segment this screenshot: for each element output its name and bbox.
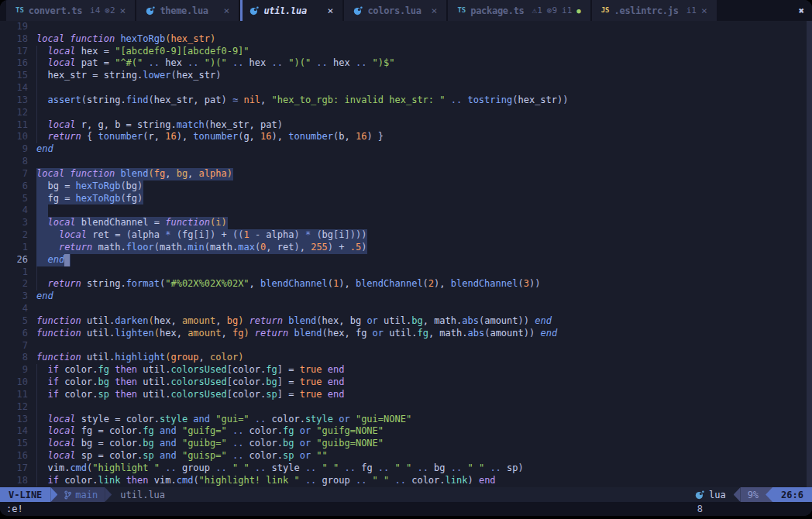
code-text: local r, g, b = string.match(hex_str, pa… [36, 119, 283, 132]
code-line[interactable]: 1 [0, 266, 812, 279]
code-line[interactable]: 10 return { tonumber(r, 16), tonumber(g,… [0, 131, 812, 143]
code-text: local bg = color.bg and "guibg=" .. colo… [36, 438, 384, 450]
visual-selection [36, 205, 48, 217]
code-text: return { tonumber(r, 16), tonumber(g, 16… [36, 131, 384, 143]
code-line[interactable]: 2 local ret = (alpha * (fg[i]) + ((1 - a… [0, 229, 812, 242]
line-number: 12 [0, 107, 36, 119]
tab-close-icon[interactable]: × [432, 5, 438, 16]
lua-icon [353, 6, 363, 15]
diagnostic-warn-count: ⚠1 [532, 5, 542, 15]
code-text: local blendChannel = function(i) [36, 217, 228, 229]
code-line[interactable]: 9end [0, 143, 812, 156]
lua-icon [249, 6, 259, 15]
code-line[interactable]: 12 [0, 107, 812, 119]
code-line[interactable]: 2 return string.format("#%02X%02X%02X", … [0, 278, 812, 290]
code-line[interactable]: 6function util.lighten(hex, amount, fg) … [0, 328, 812, 340]
tab-bar: TSconvert.tsi4⊗2×theme.lua×util.lua×colo… [0, 0, 812, 21]
code-text: if color.fg then util.colorsUsed[color.f… [36, 364, 344, 376]
tab-util.lua[interactable]: util.lua× [240, 0, 342, 21]
tab-close-icon[interactable]: × [701, 5, 707, 16]
command-line[interactable]: :e! 8 [0, 502, 812, 516]
code-line[interactable]: 14 [0, 82, 812, 95]
line-number: 11 [0, 389, 36, 401]
code-line[interactable]: 17 local hex = "[abcdef0-9][abcdef0-9]" [0, 46, 812, 58]
tab-right: × [432, 5, 438, 16]
line-number: 12 [0, 401, 36, 414]
tab-left: util.lua [249, 5, 306, 16]
tab-close-icon[interactable]: × [224, 5, 230, 16]
line-number: 13 [0, 414, 36, 426]
line-number: 17 [0, 46, 36, 58]
code-line[interactable]: 15 hex_str = string.lower(hex_str) [0, 70, 812, 82]
statusline-left: V-LINE main util.lua [0, 487, 174, 502]
code-line[interactable]: 6 bg = hexToRgb(bg) [0, 180, 812, 193]
command-text: :e! [6, 504, 23, 514]
code-text: function util.highlight(group, color) [36, 352, 243, 364]
code-text: return math.floor(math.min(math.max(0, r… [36, 242, 367, 254]
code-line[interactable]: 8 [0, 156, 812, 168]
code-text [36, 266, 42, 279]
code-line[interactable]: 4 [0, 205, 812, 217]
tab-left: colors.lua [353, 5, 421, 16]
line-number: 9 [0, 364, 36, 376]
line-number: 3 [0, 290, 36, 303]
code-text [36, 107, 42, 119]
visual-selection: local blendChannel = function(i) [36, 217, 228, 229]
code-text: local pat = "^#(" .. hex .. ")(" .. hex … [36, 57, 395, 70]
line-number: 18 [0, 475, 36, 487]
tab-colors.lua[interactable]: colors.lua× [344, 0, 446, 21]
code-line[interactable]: 16 local sp = color.sp and "guisp=" .. c… [0, 450, 812, 462]
code-line[interactable]: 26 end [0, 254, 812, 266]
line-number: 2 [0, 278, 36, 290]
code-text: end [36, 254, 71, 266]
tab-package.ts[interactable]: TSpackage.ts⚠1⊗9i1● [448, 0, 590, 21]
tab-theme.lua[interactable]: theme.lua× [136, 0, 239, 21]
code-line[interactable]: 1 return math.floor(math.min(math.max(0,… [0, 242, 812, 254]
line-number: 4 [0, 205, 36, 217]
code-line[interactable]: 3end [0, 290, 812, 303]
line-number: 16 [0, 450, 36, 462]
code-line[interactable]: 18 if color.link then vim.cmd("highlight… [0, 475, 812, 487]
code-line[interactable]: 4 [0, 303, 812, 315]
code-text: local function blend(fg, bg, alpha) [36, 168, 233, 180]
line-number: 9 [0, 143, 36, 156]
diagnostic-info-count: i1 [562, 5, 572, 15]
code-line[interactable]: 11 if color.sp then util.colorsUsed[colo… [0, 389, 812, 401]
line-number: 2 [0, 229, 36, 242]
code-line[interactable]: 7local function blend(fg, bg, alpha) [0, 168, 812, 180]
code-line[interactable]: 16 local pat = "^#(" .. hex .. ")(" .. h… [0, 57, 812, 70]
line-number: 15 [0, 438, 36, 450]
visual-selection: fg = hexToRgb(fg) [36, 193, 143, 205]
tab-right: i4⊗2× [90, 5, 126, 16]
code-line[interactable]: 14 local fg = color.fg and "guifg=" .. c… [0, 425, 812, 438]
code-line[interactable]: 15 local bg = color.bg and "guibg=" .. c… [0, 438, 812, 450]
code-line[interactable]: 19 [0, 21, 812, 33]
tab-close-icon[interactable]: × [328, 5, 334, 16]
code-line[interactable]: 9 if color.fg then util.colorsUsed[color… [0, 364, 812, 376]
code-line[interactable]: 13 assert(string.find(hex_str, pat) ≃ ni… [0, 95, 812, 107]
close-all-icon[interactable]: ✖ [799, 0, 804, 21]
code-line[interactable]: 10 if color.bg then util.colorsUsed[colo… [0, 376, 812, 389]
line-number: 6 [0, 180, 36, 193]
diagnostic-info-count: i4 [90, 5, 100, 15]
code-line[interactable]: 18local function hexToRgb(hex_str) [0, 33, 812, 46]
code-line[interactable]: 11 local r, g, b = string.match(hex_str,… [0, 119, 812, 132]
code-line[interactable]: 5 fg = hexToRgb(fg) [0, 193, 812, 205]
code-text: local hex = "[abcdef0-9][abcdef0-9]" [36, 46, 249, 58]
code-line[interactable]: 13 local style = color.style and "gui=" … [0, 414, 812, 426]
lua-icon [146, 6, 155, 15]
code-line[interactable]: 7 [0, 340, 812, 352]
code-line[interactable]: 3 local blendChannel = function(i) [0, 217, 812, 229]
code-line[interactable]: 5function util.darken(hex, amount, bg) r… [0, 315, 812, 328]
tab-convert.ts[interactable]: TSconvert.tsi4⊗2× [6, 0, 135, 21]
tab-label: util.lua [263, 5, 306, 16]
code-line[interactable]: 8function util.highlight(group, color) [0, 352, 812, 364]
code-line[interactable]: 17 vim.cmd("highlight " .. group .. " " … [0, 462, 812, 475]
code-line[interactable]: 12 [0, 401, 812, 414]
tab-.eslintrc.js[interactable]: JS.eslintrc.jsi1× [592, 0, 717, 21]
tab-close-icon[interactable]: × [120, 5, 126, 16]
line-number: 17 [0, 462, 36, 475]
code-editor[interactable]: 1918local function hexToRgb(hex_str)17 l… [0, 21, 812, 487]
tab-label: convert.ts [29, 5, 82, 16]
scrollbar[interactable] [807, 21, 812, 487]
